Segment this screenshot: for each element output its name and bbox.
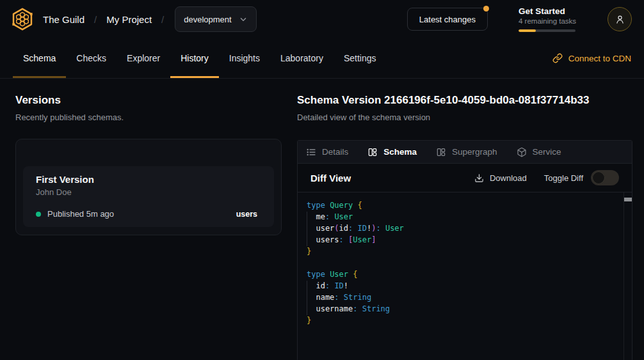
detail-tabs: Details Schema Supergraph [298, 141, 632, 164]
app-header: The Guild / My Project / development Lat… [0, 0, 644, 38]
version-author: John Doe [36, 187, 261, 197]
nav-tab-label: Insights [229, 53, 260, 63]
download-label: Download [490, 173, 527, 183]
nav-tab-laboratory[interactable]: Laboratory [270, 38, 334, 78]
columns-icon [436, 147, 446, 157]
version-list-item[interactable]: First Version John Doe Published 5m ago … [23, 166, 274, 227]
version-service-badge: users [236, 210, 257, 219]
diff-view-title: Diff View [310, 173, 351, 184]
toggle-diff-control: Toggle Diff [544, 170, 619, 185]
main-content: Versions Recently published schemas. Fir… [0, 79, 644, 360]
nav-tab-explorer[interactable]: Explorer [117, 38, 170, 78]
nav-tab-insights[interactable]: Insights [219, 38, 270, 78]
vertical-scrollbar[interactable] [624, 192, 632, 360]
detail-tab-details[interactable]: Details [306, 147, 348, 157]
switch-knob [592, 171, 605, 184]
scrollbar-thumb[interactable] [624, 198, 632, 201]
link-icon [552, 53, 563, 63]
version-list: First Version John Doe Published 5m ago … [15, 139, 282, 235]
schema-code-viewer: type Query { me: User user(id: ID!): Use… [298, 192, 632, 360]
code-line: users: [User] [307, 234, 622, 246]
latest-changes-button[interactable]: Latest changes [407, 8, 488, 31]
get-started-subtitle: 4 remaining tasks [519, 17, 576, 25]
user-avatar[interactable] [608, 7, 632, 31]
detail-tab-supergraph[interactable]: Supergraph [436, 147, 497, 157]
toggle-diff-switch[interactable] [591, 170, 619, 185]
code-line: me: User [307, 211, 622, 223]
version-status: Published 5m ago [47, 209, 114, 219]
latest-changes-label: Latest changes [419, 15, 476, 24]
person-icon [615, 14, 625, 25]
code-line: name: String [307, 292, 622, 303]
code-line: } [307, 315, 622, 326]
diff-view-actions: Download Toggle Diff [474, 170, 619, 185]
project-nav: Schema Checks Explorer History Insights … [0, 38, 644, 79]
indent-guide [307, 212, 307, 246]
breadcrumb-separator: / [94, 14, 97, 25]
versions-title: Versions [15, 94, 282, 107]
code-line: type Query { [307, 200, 622, 211]
target-selector-value: development [184, 15, 231, 24]
code-line: type User { [307, 269, 622, 280]
nav-tab-label: Schema [23, 53, 56, 63]
nav-tab-schema[interactable]: Schema [13, 38, 66, 78]
breadcrumb-project[interactable]: My Project [106, 14, 152, 25]
download-button[interactable]: Download [474, 173, 527, 183]
connect-to-cdn-link[interactable]: Connect to CDN [552, 38, 631, 78]
diff-view-header: Diff View Download Toggle Diff [298, 164, 632, 192]
chevron-down-icon [239, 15, 248, 24]
code-line [307, 257, 622, 269]
box-icon [517, 147, 527, 157]
version-meta-row: Published 5m ago users [36, 209, 261, 219]
toggle-diff-label: Toggle Diff [544, 173, 583, 183]
download-icon [474, 173, 484, 183]
detail-tab-service[interactable]: Service [517, 147, 561, 157]
get-started-title: Get Started [519, 6, 576, 16]
nav-tab-settings[interactable]: Settings [334, 38, 387, 78]
detail-tab-label: Schema [383, 147, 417, 157]
nav-tab-label: Checks [76, 53, 106, 63]
hive-logo-icon[interactable] [10, 7, 35, 31]
code-line: } [307, 246, 622, 257]
nav-tab-history[interactable]: History [170, 38, 219, 78]
code-block: type Query { me: User user(id: ID!): Use… [307, 200, 622, 326]
breadcrumb: The Guild / My Project / [43, 14, 164, 25]
version-detail-box: Details Schema Supergraph [297, 140, 632, 360]
version-detail-title: Schema Version 2166196f-5e10-4059-bd0a-0… [297, 94, 632, 107]
nav-tab-label: Explorer [127, 53, 160, 63]
code-line: id: ID! [307, 280, 622, 292]
notification-dot [483, 6, 489, 12]
code-line: user(id: ID!): User [307, 223, 622, 234]
nav-tab-checks[interactable]: Checks [66, 38, 117, 78]
versions-subtitle: Recently published schemas. [15, 113, 282, 122]
columns-icon [367, 147, 378, 157]
version-name: First Version [36, 174, 261, 185]
detail-tab-label: Supergraph [452, 147, 497, 157]
breadcrumb-separator: / [161, 14, 164, 25]
version-detail-panel: Schema Version 2166196f-5e10-4059-bd0a-0… [297, 94, 632, 360]
detail-tab-schema[interactable]: Schema [367, 147, 417, 157]
code-line: username: String [307, 303, 622, 315]
breadcrumb-org[interactable]: The Guild [43, 14, 85, 25]
nav-tab-label: Laboratory [280, 53, 323, 63]
detail-tab-label: Service [533, 147, 561, 157]
list-icon [306, 147, 316, 157]
nav-tab-label: History [181, 53, 209, 63]
progress-fill [519, 29, 536, 32]
get-started-progressbar [519, 29, 576, 32]
version-detail-subtitle: Detailed view of the schema version [297, 113, 632, 122]
target-selector[interactable]: development [175, 6, 256, 32]
indent-guide [307, 281, 307, 315]
get-started-widget[interactable]: Get Started 4 remaining tasks [519, 6, 576, 32]
cdn-link-label: Connect to CDN [568, 54, 631, 63]
versions-panel: Versions Recently published schemas. Fir… [15, 94, 282, 360]
published-status-dot [36, 212, 41, 217]
detail-tab-label: Details [322, 147, 348, 157]
nav-tab-label: Settings [344, 53, 376, 63]
